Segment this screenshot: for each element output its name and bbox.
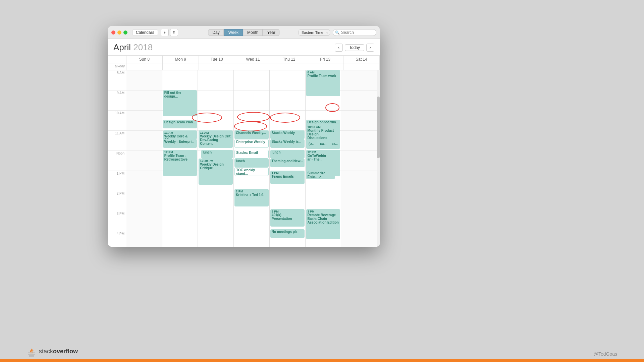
allday-sun [126, 63, 163, 70]
today-button[interactable]: Today [345, 44, 364, 51]
titlebar-right: Eastern Time 🔍 [299, 29, 376, 36]
event-weekly-design-crit[interactable]: 11 AM Weekly Design Crit: Dev-Facing Con… [199, 130, 233, 148]
event-summarize-ente[interactable]: Summarize Ente... ↗ [306, 171, 335, 179]
svg-rect-0 [28, 354, 35, 355]
event-fill-design[interactable]: Fill out the design... [163, 90, 197, 116]
titlebar: Calendars + ⬆ Day Week Month Year Easter… [108, 26, 380, 39]
allday-label: all-day [108, 63, 126, 70]
event-weekly-enterpri[interactable]: Weekly - Enterpri... [163, 139, 197, 148]
time-11am: 11 AM [108, 130, 126, 150]
col-mon[interactable]: Fill out the design... Design Team Plan.… [162, 70, 198, 247]
col-sat[interactable] [341, 70, 377, 247]
so-logo-icon [27, 346, 36, 357]
header-spacer [108, 56, 126, 63]
allday-tue [199, 63, 235, 70]
fullscreen-button[interactable] [123, 31, 127, 35]
header-mon: Mon 9 [163, 56, 199, 63]
prev-button[interactable]: ‹ [335, 44, 343, 52]
allday-mon [163, 63, 199, 70]
event-stacks-email[interactable]: Stacks: Email [234, 150, 269, 159]
attribution: @TedGoas [594, 351, 617, 357]
col-thu[interactable]: Stacks Weekly Stacks Weekly is... lunch [270, 70, 306, 247]
timezone-select[interactable]: Eastern Time [299, 29, 330, 36]
event-lunch-tue[interactable]: lunch [201, 150, 233, 159]
header-thu: Thu 12 [271, 56, 307, 63]
time-10am: 10 AM [108, 110, 126, 130]
time-8am: 8 AM [108, 70, 126, 90]
day-view-button[interactable]: Day [208, 29, 224, 36]
calendar-title: April 2018 [113, 42, 153, 53]
titlebar-icons: + ⬆ [161, 29, 178, 36]
week-view-button[interactable]: Week [224, 29, 243, 36]
search-icon: 🔍 [335, 30, 340, 35]
time-labels: 8 AM 9 AM 10 AM 11 AM Noon 1 PM 2 PM 3 P… [108, 70, 126, 247]
event-design-team[interactable]: Design Team Plan... [163, 120, 197, 128]
days-columns: Fill out the design... Design Team Plan.… [126, 70, 377, 247]
traffic-lights [111, 31, 127, 35]
calendar-nav: ‹ Today › [335, 44, 374, 52]
event-channels-weekly[interactable]: Channels Weekly... [234, 130, 269, 139]
event-stacks-weekly-is[interactable]: Stacks Weekly is... [270, 139, 305, 148]
event-lunch-thu[interactable]: lunch [270, 150, 305, 159]
orange-bar [0, 359, 644, 362]
so-footer: stackoverflow [27, 346, 78, 357]
time-9am: 9 AM [108, 90, 126, 110]
scrollbar-thumb[interactable] [377, 97, 380, 158]
col-tue[interactable]: 11 AM Weekly Design Crit: Dev-Facing Con… [198, 70, 234, 247]
day-headers: Sun 8 Mon 9 Tue 10 Wed 11 Thu 12 Fri 13 … [108, 56, 380, 63]
share-button[interactable]: ⬆ [170, 29, 178, 36]
year-label: 2018 [133, 42, 153, 52]
allday-wed [235, 63, 271, 70]
next-button[interactable]: › [366, 44, 374, 52]
view-switcher: Day Week Month Year [208, 29, 279, 36]
time-1pm: 1 PM [108, 171, 126, 191]
add-event-button[interactable]: + [161, 29, 169, 36]
event-enterprise-weekly[interactable]: Enterprise Weekly [234, 139, 269, 148]
col-wed[interactable]: Channels Weekly... Enterprise Weekly Sta… [234, 70, 270, 247]
event-profile-retro[interactable]: 12 PM Profile Team - Retrospectove [163, 150, 197, 176]
event-profile-team-work[interactable]: 8 AM Profile Team work [306, 70, 340, 96]
allday-fri [307, 63, 343, 70]
calendars-button[interactable]: Calendars [132, 29, 158, 36]
allday-row: all-day [108, 63, 380, 70]
calendar-grid: Sun 8 Mon 9 Tue 10 Wed 11 Thu 12 Fri 13 … [108, 56, 380, 247]
minimize-button[interactable] [117, 31, 121, 35]
event-remote-beverage[interactable]: 3 PM Remote Beverage Bash: Chain Associa… [306, 209, 340, 239]
time-grid[interactable]: 8 AM 9 AM 10 AM 11 AM Noon 1 PM 2 PM 3 P… [108, 70, 380, 247]
header-sun: Sun 8 [126, 56, 163, 63]
month-label: April [113, 42, 131, 52]
time-3pm: 3 PM [108, 211, 126, 231]
allday-thu [271, 63, 307, 70]
event-multi-small[interactable]: (O... Da... ea... [306, 140, 340, 148]
timezone-selector[interactable]: Eastern Time [299, 29, 330, 36]
event-toe-weekly[interactable]: TOE weekly stand... [234, 167, 269, 176]
header-fri: Fri 13 [307, 56, 343, 63]
search-wrap: 🔍 [333, 29, 376, 36]
event-weekly-design-critique[interactable]: 12:30 PM Weekly Design Critique [199, 159, 233, 185]
calendar-window: Calendars + ⬆ Day Week Month Year Easter… [108, 26, 380, 247]
event-no-meetings[interactable]: No meetings plz [270, 229, 305, 238]
calendar-header: April 2018 ‹ Today › [108, 39, 380, 56]
close-button[interactable] [111, 31, 115, 35]
event-theming-new[interactable]: Theming and New... [270, 159, 305, 167]
header-sat: Sat 14 [343, 56, 380, 63]
brand-text: stackoverflow [39, 348, 78, 355]
header-wed: Wed 11 [235, 56, 271, 63]
header-tue: Tue 10 [199, 56, 235, 63]
event-401k[interactable]: 3 PM 401(k) Presentation [270, 209, 305, 227]
event-weekly-core[interactable]: 11 AM Weekly Core & SO... [163, 130, 197, 139]
col-fri[interactable]: 8 AM Profile Team work Design onboardin.… [306, 70, 341, 247]
scrollbar-track[interactable] [377, 70, 380, 247]
event-stacks-weekly[interactable]: Stacks Weekly [270, 130, 305, 139]
year-view-button[interactable]: Year [263, 29, 279, 36]
month-view-button[interactable]: Month [243, 29, 263, 36]
event-lunch-wed[interactable]: lunch [234, 159, 269, 167]
time-4pm: 4 PM [108, 231, 126, 247]
allday-sat [343, 63, 380, 70]
svg-rect-2 [29, 355, 34, 357]
time-noon: Noon [108, 150, 126, 171]
time-2pm: 2 PM [108, 191, 126, 211]
event-kristina-ted[interactable]: 2 PM Kristina + Ted 1:1 [234, 189, 269, 206]
col-sun[interactable] [126, 70, 162, 247]
event-teams-emails[interactable]: 1 PM Teams Emails [270, 171, 305, 184]
